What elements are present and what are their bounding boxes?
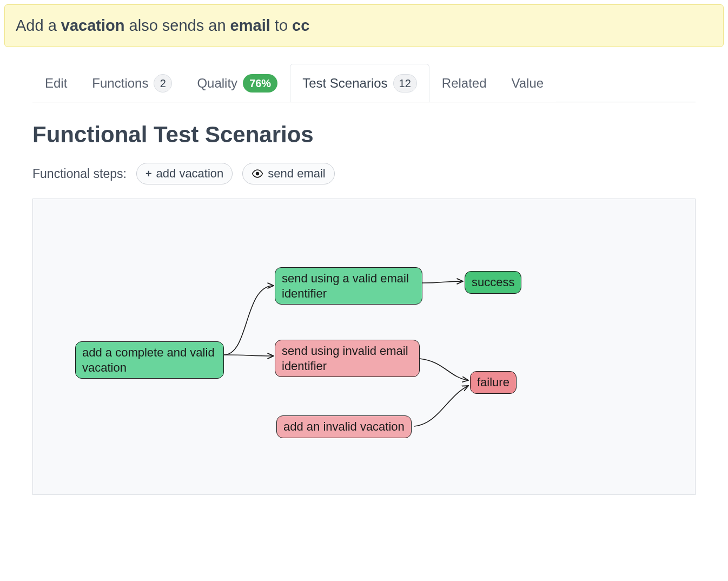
banner: Add a vacation also sends an email to cc — [4, 4, 724, 47]
tab-edit-label: Edit — [45, 76, 67, 91]
section-title: Functional Test Scenarios — [32, 122, 696, 148]
node-invalid-vacation-label: add an invalid vacation — [283, 420, 405, 433]
tab-test-scenarios[interactable]: Test Scenarios 12 — [290, 64, 429, 102]
diagram-canvas[interactable]: add a complete and valid vacation send u… — [32, 199, 696, 495]
node-failure-label: failure — [477, 375, 509, 389]
svg-point-0 — [256, 172, 259, 175]
functions-count-badge: 2 — [154, 74, 172, 93]
tab-functions-label: Functions — [92, 76, 148, 91]
node-success[interactable]: success — [465, 271, 521, 294]
node-valid-email[interactable]: send using a valid email identifier — [275, 267, 422, 305]
banner-bold-email: email — [230, 17, 270, 34]
chip-add-vacation-label: add vacation — [156, 167, 224, 181]
tab-edit[interactable]: Edit — [32, 64, 80, 102]
tabs: Edit Functions 2 Quality 76% Test Scenar… — [32, 63, 696, 102]
node-success-label: success — [472, 275, 514, 289]
tab-functions[interactable]: Functions 2 — [80, 64, 184, 102]
test-scenarios-count-badge: 12 — [393, 74, 417, 93]
banner-bold-vacation: vacation — [61, 17, 125, 34]
banner-text-1: Add a — [16, 17, 61, 34]
tab-quality[interactable]: Quality 76% — [184, 64, 290, 102]
tab-quality-label: Quality — [197, 76, 237, 91]
node-invalid-email-label: send using invalid email identifier — [282, 344, 408, 373]
banner-bold-cc: cc — [292, 17, 309, 34]
node-invalid-email[interactable]: send using invalid email identifier — [275, 340, 420, 377]
banner-text-2: also sends an — [125, 17, 230, 34]
tab-value-label: Value — [512, 76, 544, 91]
banner-text-3: to — [270, 17, 292, 34]
tab-test-scenarios-label: Test Scenarios — [302, 76, 387, 91]
tab-value[interactable]: Value — [499, 64, 557, 102]
chip-send-email[interactable]: send email — [242, 163, 334, 184]
node-invalid-vacation[interactable]: add an invalid vacation — [276, 415, 412, 438]
tab-related[interactable]: Related — [429, 64, 499, 102]
functional-steps-row: Functional steps: + add vacation send em… — [32, 163, 696, 184]
plus-icon: + — [145, 168, 152, 179]
eye-icon — [252, 169, 263, 178]
node-valid-email-label: send using a valid email identifier — [282, 272, 409, 300]
quality-pct-badge: 76% — [243, 74, 277, 93]
chip-send-email-label: send email — [268, 167, 325, 181]
chip-add-vacation[interactable]: + add vacation — [136, 163, 233, 184]
functional-steps-label: Functional steps: — [32, 167, 127, 181]
node-start-label: add a complete and valid vacation — [82, 346, 215, 374]
tab-related-label: Related — [442, 76, 487, 91]
node-start[interactable]: add a complete and valid vacation — [75, 341, 224, 379]
node-failure[interactable]: failure — [470, 371, 517, 394]
